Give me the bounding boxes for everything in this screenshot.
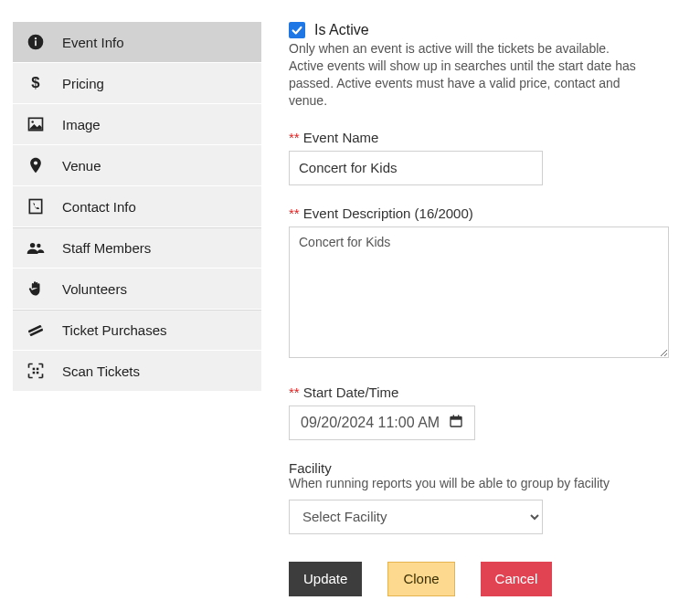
svg-point-2 [35, 37, 37, 39]
svg-rect-18 [453, 415, 454, 417]
svg-point-6 [34, 161, 37, 164]
event-name-label: ** Event Name [289, 130, 687, 145]
start-date-value: 09/20/2024 11:00 AM [301, 415, 440, 431]
svg-point-9 [37, 243, 40, 247]
sidebar-item-label: Pricing [62, 76, 104, 91]
svg-rect-14 [33, 372, 36, 374]
svg-rect-15 [37, 372, 39, 374]
tickets-icon [26, 321, 46, 340]
sidebar-item-label: Contact Info [62, 199, 136, 215]
facility-label: Facility [289, 460, 687, 476]
start-date-input[interactable]: 09/20/2024 11:00 AM [289, 406, 475, 440]
cancel-button[interactable]: Cancel [481, 562, 553, 596]
sidebar-item-staff-members[interactable]: Staff Members [13, 227, 261, 269]
sidebar-item-event-info[interactable]: Event Info [13, 22, 261, 63]
map-pin-icon [26, 156, 46, 174]
event-name-input[interactable] [289, 151, 543, 185]
svg-rect-12 [33, 368, 36, 371]
required-marker: ** [289, 130, 300, 145]
sidebar-item-ticket-purchases[interactable]: Ticket Purchases [13, 310, 261, 351]
sidebar-item-volunteers[interactable]: Volunteers [13, 269, 261, 310]
sidebar: Event Info $ Pricing Image Venue Contact [13, 22, 261, 596]
svg-point-8 [30, 242, 35, 247]
clone-button[interactable]: Clone [387, 562, 454, 596]
sidebar-item-label: Scan Tickets [62, 363, 140, 379]
hand-icon [26, 279, 46, 298]
sidebar-item-label: Event Info [62, 35, 124, 50]
sidebar-item-label: Volunteers [62, 281, 127, 297]
dollar-icon: $ [26, 74, 46, 92]
form-panel: Is Active Only when an event is active w… [289, 22, 687, 596]
sidebar-item-pricing[interactable]: $ Pricing [13, 63, 261, 104]
sidebar-item-label: Ticket Purchases [62, 322, 167, 338]
svg-rect-1 [35, 40, 37, 46]
sidebar-item-label: Venue [62, 158, 101, 174]
sidebar-item-label: Staff Members [62, 240, 151, 256]
is-active-label: Is Active [314, 22, 369, 38]
svg-rect-17 [451, 416, 461, 419]
phone-icon [26, 197, 46, 216]
event-description-label: ** Event Description (16/2000) [289, 205, 687, 221]
image-icon [26, 115, 46, 133]
is-active-help: Only when an event is active will the ti… [289, 40, 645, 110]
sidebar-item-label: Image [62, 117, 101, 132]
facility-select[interactable]: Select Facility [289, 500, 543, 534]
facility-help: When running reports you will be able to… [289, 476, 687, 490]
sidebar-item-image[interactable]: Image [13, 104, 261, 145]
svg-text:$: $ [31, 74, 40, 91]
sidebar-item-venue[interactable]: Venue [13, 145, 261, 186]
required-marker: ** [289, 205, 300, 221]
required-marker: ** [289, 385, 300, 400]
is-active-checkbox[interactable] [289, 22, 305, 38]
update-button[interactable]: Update [289, 562, 362, 596]
sidebar-item-scan-tickets[interactable]: Scan Tickets [13, 351, 261, 392]
svg-rect-13 [37, 368, 39, 371]
users-icon [26, 239, 46, 258]
svg-rect-7 [29, 200, 41, 214]
svg-rect-19 [458, 415, 459, 417]
calendar-icon [449, 414, 463, 432]
svg-point-5 [31, 121, 34, 123]
qr-code-icon [26, 362, 46, 380]
sidebar-item-contact-info[interactable]: Contact Info [13, 186, 261, 227]
start-date-label: ** Start Date/Time [289, 385, 687, 400]
info-icon [26, 33, 46, 51]
button-row: Update Clone Cancel [289, 562, 687, 596]
event-description-textarea[interactable] [289, 226, 669, 358]
